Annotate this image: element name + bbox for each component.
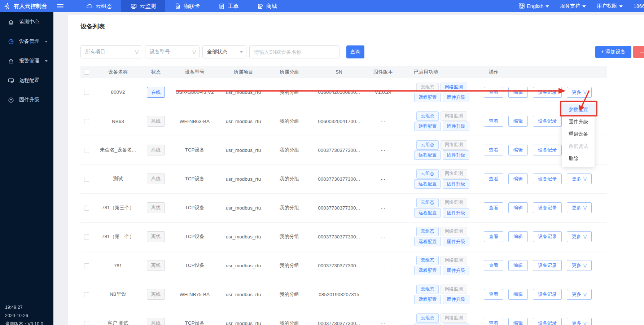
action-button-label: 更多 — [572, 291, 581, 298]
device-record-button[interactable]: 设备记录 — [533, 260, 562, 271]
more-menu-item[interactable]: 重启设备 — [562, 128, 595, 140]
device-record-button[interactable]: 设备记录 — [533, 145, 562, 155]
more-button[interactable]: 更多⋁ — [567, 87, 592, 98]
permissions-menu[interactable]: 用户权限 — [597, 3, 623, 9]
project-select-value: 所有项目 — [85, 49, 105, 55]
feature-tag: 固件升级 — [443, 122, 469, 131]
edit-button[interactable]: 编辑 — [508, 145, 528, 155]
more-button[interactable]: 更多⋁ — [567, 260, 592, 271]
row-checkbox[interactable] — [84, 177, 89, 182]
more-menu-item[interactable]: 参数配置 — [562, 104, 595, 116]
device-record-button[interactable]: 设备记录 — [533, 289, 562, 300]
topbar-nav-item-2[interactable]: 云监测 — [121, 0, 165, 12]
view-button[interactable]: 查看 — [484, 87, 503, 98]
project-select[interactable]: 所有项目 ⋁ — [80, 45, 142, 58]
account-number[interactable]: 186608 — [634, 3, 644, 9]
action-button-label: 设备记录 — [538, 320, 557, 325]
sidebar-item-1[interactable]: 监测中心 — [0, 12, 53, 32]
more-menu-item[interactable]: 删除 — [562, 153, 595, 165]
view-button[interactable]: 查看 — [484, 202, 503, 213]
edit-button[interactable]: 编辑 — [508, 174, 528, 184]
device-group: 我的分组 — [266, 193, 313, 222]
edit-button[interactable]: 编辑 — [508, 87, 528, 98]
sidebar-menu: 监测中心设备管理报警管理远程配置固件升级 — [0, 12, 53, 110]
row-checkbox[interactable] — [84, 292, 89, 297]
row-actions: 查看编辑设备记录更多⋁ — [482, 251, 607, 280]
action-button-label: 编辑 — [513, 262, 523, 269]
device-project: usr_modbus_rtu — [221, 107, 266, 136]
more-button[interactable]: 更多⋁ — [567, 289, 592, 300]
enabled-features: 云组态网络监测远程配置固件升级 — [401, 78, 482, 107]
more-button[interactable]: 更多⋁ — [567, 174, 592, 184]
add-device-button[interactable]: + 添加设备 — [595, 46, 631, 58]
nav-item-label: 云监测 — [140, 3, 156, 10]
row-checkbox[interactable] — [84, 321, 89, 325]
sidebar-item-2[interactable]: 设备管理 — [0, 32, 53, 51]
more-button[interactable]: 更多⋁ — [567, 318, 592, 325]
more-button[interactable]: 更多⋁ — [567, 202, 592, 213]
device-name: NB63 — [93, 107, 143, 136]
device-record-button[interactable]: 设备记录 — [533, 231, 562, 242]
edit-button[interactable]: 编辑 — [508, 260, 528, 271]
action-button-label: 设备记录 — [538, 205, 557, 211]
search-input[interactable] — [249, 45, 339, 58]
topbar-nav-item-4[interactable]: 工单 — [209, 0, 248, 12]
hamburger-menu-icon[interactable] — [57, 3, 63, 9]
firmware-version: - - — [365, 164, 401, 193]
device-project: usr_modbus_rtu — [221, 309, 266, 325]
firmware-version: V1.0.24 — [365, 78, 401, 107]
view-button[interactable]: 查看 — [484, 116, 503, 127]
edit-button[interactable]: 编辑 — [508, 231, 528, 242]
delete-device-button[interactable]: — — [633, 46, 644, 58]
device-record-button[interactable]: 设备记录 — [533, 202, 562, 213]
view-button[interactable]: 查看 — [484, 318, 503, 325]
device-sn: 00037730377300... — [313, 309, 365, 325]
firmware-version: - - — [365, 251, 401, 280]
edit-button[interactable]: 编辑 — [508, 116, 528, 127]
action-button-label: 查看 — [489, 291, 498, 298]
column-header: 设备名称 — [93, 66, 143, 78]
sidebar-item-4[interactable]: 远程配置 — [0, 71, 53, 90]
chevron-down-icon — [619, 5, 623, 8]
sidebar-item-label: 设备管理 — [19, 38, 39, 45]
topbar-nav-item-1[interactable]: 云组态 — [77, 0, 121, 12]
model-select[interactable]: 设备型号 ⋁ — [145, 45, 200, 58]
clock-time: 19:49:27 — [5, 303, 43, 312]
device-record-button[interactable]: 设备记录 — [533, 116, 562, 127]
edit-button[interactable]: 编辑 — [508, 318, 528, 325]
table-row: 未命名_设备名...离线TCP设备usr_modbus_rtu我的分组00037… — [80, 136, 607, 164]
row-checkbox[interactable] — [84, 148, 89, 153]
device-record-button[interactable]: 设备记录 — [533, 318, 562, 325]
row-checkbox[interactable] — [84, 206, 89, 211]
device-model: TCP设备 — [168, 309, 221, 325]
topbar-nav-item-3[interactable]: 物联卡 — [165, 0, 209, 12]
sidebar-item-5[interactable]: 固件升级 — [0, 90, 53, 110]
column-header: 所属分组 — [266, 66, 313, 78]
status-select[interactable]: 全部状态 — [202, 45, 246, 58]
action-button-label: 查看 — [489, 320, 498, 325]
remote-config-icon — [8, 78, 14, 84]
row-checkbox[interactable] — [84, 90, 89, 95]
view-button[interactable]: 查看 — [484, 231, 503, 242]
edit-button[interactable]: 编辑 — [508, 202, 528, 213]
view-button[interactable]: 查看 — [484, 145, 503, 155]
view-button[interactable]: 查看 — [484, 174, 503, 184]
language-switcher[interactable]: English — [519, 3, 549, 10]
row-checkbox[interactable] — [84, 234, 89, 240]
action-button-label: 查看 — [489, 262, 498, 269]
device-record-button[interactable]: 设备记录 — [533, 87, 562, 98]
select-all-checkbox[interactable] — [84, 70, 89, 75]
more-menu-item[interactable]: 固件升级 — [562, 116, 595, 128]
edit-button[interactable]: 编辑 — [508, 289, 528, 300]
topbar-nav-item-5[interactable]: 商城 — [248, 0, 286, 12]
view-button[interactable]: 查看 — [484, 289, 503, 300]
row-checkbox[interactable] — [84, 263, 89, 268]
row-checkbox[interactable] — [84, 119, 89, 124]
sidebar-item-3[interactable]: 报警管理 — [0, 51, 53, 71]
device-record-button[interactable]: 设备记录 — [533, 174, 562, 184]
more-button[interactable]: 更多⋁ — [567, 231, 592, 242]
query-button[interactable]: 查询 — [346, 45, 364, 58]
support-menu[interactable]: 服务支持 — [560, 3, 586, 9]
chevron-down-icon: ⋁ — [583, 177, 587, 181]
view-button[interactable]: 查看 — [484, 260, 503, 271]
